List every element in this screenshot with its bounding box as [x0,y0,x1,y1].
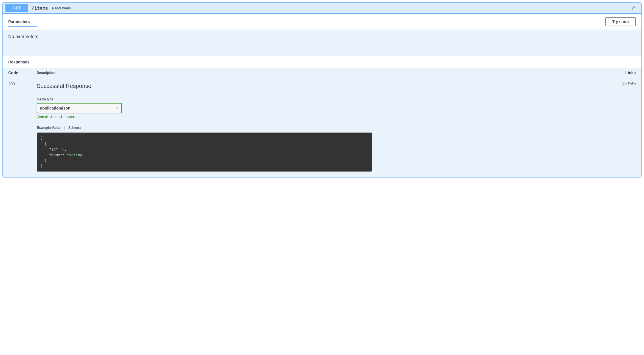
responses-table: Code Description Links 200 Successful Re… [8,68,636,172]
tab-schema[interactable]: Schema [68,126,81,130]
response-code: 200 [8,78,37,172]
media-type-select[interactable]: application/json [37,103,122,113]
parameters-heading: Parameters [8,19,30,24]
responses-col-description: Description [37,68,596,78]
operation-block: GET /items Read Items Parameters Try it … [2,2,642,178]
tab-example-value[interactable]: Example Value [37,126,61,130]
no-links-text: No links [622,82,636,86]
response-row: 200 Successful Response Media type appli… [8,78,636,172]
parameters-header: Parameters Try it out [3,14,641,30]
response-description: Successful Response [37,83,596,89]
responses-col-code: Code [8,68,37,78]
endpoint-summary: Read Items [52,6,71,10]
accept-header-note: Controls Accept header. [37,115,596,119]
http-method-badge: GET [5,4,28,12]
operation-summary-row[interactable]: GET /items Read Items [3,3,641,14]
endpoint-path: /items [32,5,48,11]
svg-rect-0 [633,8,636,10]
responses-heading: Responses [8,60,30,64]
response-description-cell: Successful Response Media type applicati… [37,78,596,172]
example-value-code: [ { "id": 0, "name": "string" } ] [37,133,372,172]
media-type-label: Media type [37,97,596,101]
response-links-cell: No links [596,78,636,172]
no-parameters-text: No parameters [3,30,641,56]
responses-header: Responses [3,56,641,68]
operation-body: Parameters Try it out No parameters Resp… [3,14,641,177]
responses-wrapper: Code Description Links 200 Successful Re… [3,68,641,177]
tab-divider: | [64,126,65,130]
try-it-out-button[interactable]: Try it out [605,17,636,26]
media-type-select-wrap: application/json [37,103,122,113]
auth-lock-icon[interactable] [630,5,639,11]
example-schema-tabs: Example Value | Schema [37,126,596,130]
responses-col-links: Links [596,68,636,78]
